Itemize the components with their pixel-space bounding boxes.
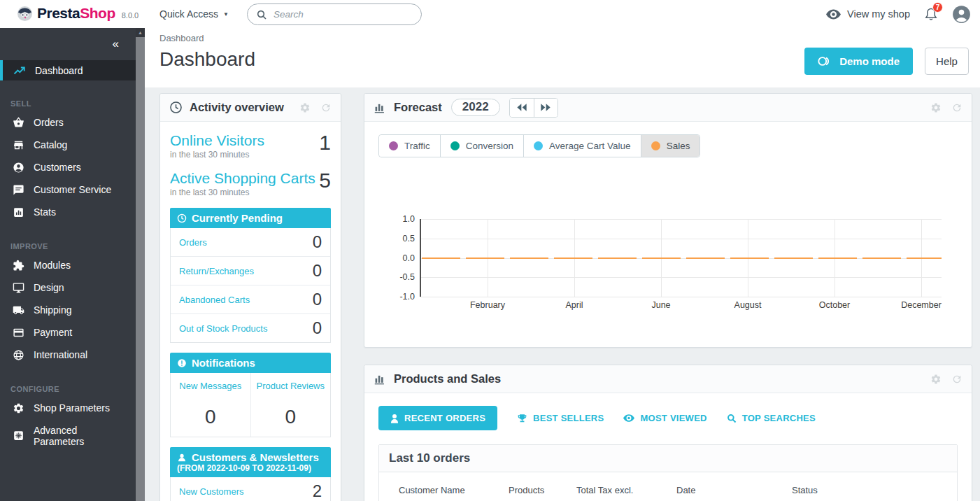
account-avatar-button[interactable] — [952, 5, 971, 24]
new-messages-link[interactable]: New Messages — [179, 381, 241, 391]
tab-best-sellers[interactable]: BEST SELLERS — [517, 413, 604, 423]
new-messages-cell: New Messages 0 — [171, 373, 250, 437]
search-box[interactable] — [247, 3, 422, 25]
x-axis-labels: February April June August October Decem… — [420, 300, 942, 313]
section-title-sell: SELL — [0, 99, 136, 108]
online-visitors-link[interactable]: Online Visitors — [170, 132, 264, 148]
legend-conversion-button[interactable]: Conversion — [440, 135, 523, 157]
section-title-configure: CONFIGURE — [0, 385, 136, 393]
sidebar-item-international[interactable]: International — [0, 344, 136, 366]
out-of-stock-link[interactable]: Out of Stock Products — [179, 323, 267, 334]
pending-returns-link[interactable]: Return/Exchanges — [179, 266, 254, 276]
settings-gear-icon[interactable] — [930, 374, 942, 385]
notification-count-badge: 7 — [932, 2, 943, 13]
legend-traffic-button[interactable]: Traffic — [379, 135, 440, 157]
sidebar-item-stats[interactable]: Stats — [0, 201, 136, 223]
sidebar-item-design[interactable]: Design — [0, 276, 136, 299]
last-orders-title: Last 10 orders — [379, 445, 957, 472]
sidebar-item-customers[interactable]: Customers — [0, 156, 136, 178]
tab-most-viewed[interactable]: MOST VIEWED — [623, 413, 706, 423]
sidebar-item-payment[interactable]: Payment — [0, 321, 136, 344]
active-carts-stat: 5 Active Shopping Carts in the last 30 m… — [170, 170, 331, 197]
person-circle-icon — [13, 162, 24, 174]
column-total-tax-excl: Total Tax excl. — [576, 485, 676, 495]
sidebar-scrollbar[interactable]: ▲ — [136, 28, 145, 501]
sidebar-item-shop-parameters[interactable]: Shop Parameters — [0, 397, 136, 419]
abandoned-carts-value: 0 — [313, 291, 322, 308]
products-tabs: RECENT ORDERS BEST SELLERS — [378, 406, 958, 430]
sidebar-item-dashboard[interactable]: Dashboard — [0, 60, 136, 80]
orders-table-header: Customer Name Products Total Tax excl. D… — [399, 485, 940, 501]
sidebar-item-advanced-parameters[interactable]: Advanced Parameters — [0, 419, 136, 452]
new-customers-link[interactable]: New Customers — [179, 486, 243, 497]
legend-average-cart-value-button[interactable]: Average Cart Value — [523, 135, 641, 157]
person-bust-icon — [390, 414, 399, 423]
sidebar-section-improve: IMPROVE Modules Design Shipping Payment — [0, 242, 136, 366]
previous-period-button[interactable] — [510, 99, 534, 117]
settings-gear-icon[interactable] — [299, 102, 311, 113]
forecast-period-nav — [509, 98, 558, 118]
refresh-icon[interactable] — [320, 102, 332, 113]
demo-mode-button[interactable]: Demo mode — [804, 48, 913, 75]
person-icon — [177, 453, 187, 463]
settings-gear-icon[interactable] — [930, 102, 942, 113]
forecast-panel: Forecast 2022 — [364, 93, 972, 348]
help-button[interactable]: Help — [925, 48, 969, 75]
sidebar-item-orders[interactable]: Orders — [0, 111, 136, 134]
column-products: Products — [509, 485, 576, 495]
x-tick: December — [901, 300, 942, 310]
sidebar-collapse-button[interactable]: « — [0, 28, 136, 60]
forecast-panel-title: Forecast — [394, 101, 442, 114]
active-carts-subtitle: in the last 30 minutes — [170, 188, 331, 197]
pending-row-abandoned-carts: Abandoned Carts 0 — [171, 285, 330, 314]
trending-up-icon — [13, 65, 26, 76]
search-input[interactable] — [274, 9, 413, 20]
abandoned-carts-link[interactable]: Abandoned Carts — [179, 295, 250, 305]
sidebar-item-catalog[interactable]: Catalog — [0, 134, 136, 156]
section-title-improve: IMPROVE — [0, 242, 136, 250]
gear-square-icon — [13, 430, 24, 442]
view-my-shop-link[interactable]: View my shop — [826, 8, 910, 20]
traffic-dot-icon — [389, 141, 398, 150]
average-cart-value-dot-icon — [534, 141, 543, 150]
y-tick: -0.5 — [399, 272, 415, 282]
tab-recent-orders[interactable]: RECENT ORDERS — [378, 406, 497, 430]
pending-orders-value: 0 — [313, 234, 322, 250]
sidebar-section-sell: SELL Orders Catalog Customers Customer S… — [0, 99, 136, 223]
scrollbar-up-arrow[interactable]: ▲ — [136, 28, 145, 37]
customers-date-range: (FROM 2022-10-09 TO 2022-11-09) — [177, 463, 324, 473]
product-reviews-link[interactable]: Product Reviews — [256, 381, 325, 391]
customers-newsletters-header: Customers & Newsletters (FROM 2022-10-09… — [170, 447, 331, 477]
brand-wordmark: PrestaShop — [37, 5, 115, 22]
quick-access-dropdown[interactable]: Quick Access ▼ — [159, 0, 229, 28]
sales-series-line — [422, 257, 942, 259]
notifications-header: Notifications — [170, 353, 331, 373]
pending-orders-link[interactable]: Orders — [179, 237, 207, 248]
pending-returns-value: 0 — [313, 262, 322, 279]
forecast-year-selector[interactable]: 2022 — [451, 99, 500, 116]
products-panel-title: Products and Sales — [394, 372, 501, 386]
refresh-icon[interactable] — [951, 102, 963, 113]
tab-top-searches[interactable]: TOP SEARCHES — [727, 413, 816, 423]
online-visitors-stat: 1 Online Visitors in the last 30 minutes — [170, 132, 331, 160]
sidebar-item-shipping[interactable]: Shipping — [0, 299, 136, 321]
pending-table: Orders 0 Return/Exchanges 0 Abandoned Ca… — [170, 228, 331, 343]
clock-icon — [169, 101, 183, 114]
currently-pending-header: Currently Pending — [170, 208, 331, 228]
credit-card-icon — [13, 327, 24, 339]
sidebar: « Dashboard SELL Orders Catalog — [0, 28, 136, 501]
forecast-panel-header: Forecast 2022 — [364, 94, 972, 122]
sidebar-item-customer-service[interactable]: Customer Service — [0, 178, 136, 201]
prestashop-logo[interactable]: PrestaShop 8.0.0 — [17, 5, 139, 22]
bar-chart-icon — [13, 206, 24, 218]
sidebar-item-modules[interactable]: Modules — [0, 254, 136, 276]
active-carts-link[interactable]: Active Shopping Carts — [170, 170, 315, 186]
truck-icon — [13, 304, 24, 316]
notifications-bell-button[interactable]: 7 — [925, 7, 937, 21]
active-carts-value: 5 — [319, 170, 331, 191]
activity-overview-panel: Activity overview 1 Online Visitors — [159, 93, 341, 501]
refresh-icon[interactable] — [951, 374, 963, 385]
next-period-button[interactable] — [534, 99, 558, 117]
legend-sales-button[interactable]: Sales — [641, 135, 700, 157]
x-tick: April — [565, 300, 583, 310]
